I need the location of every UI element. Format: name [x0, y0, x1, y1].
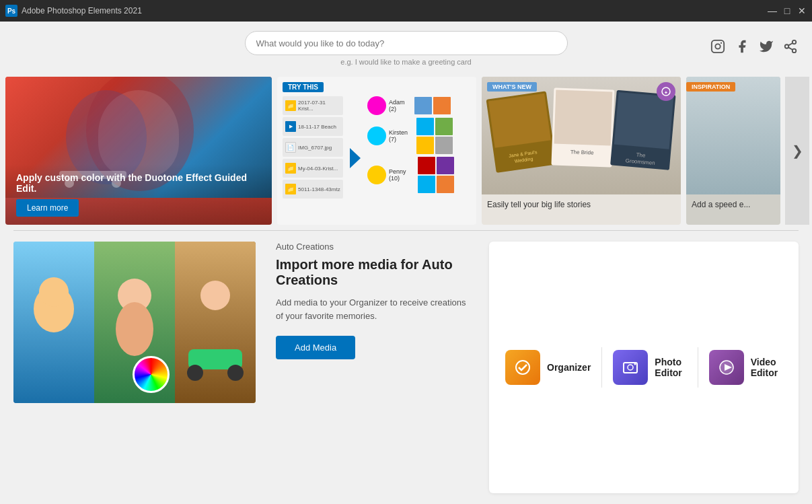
svg-point-40 [516, 361, 529, 374]
facebook-icon[interactable] [734, 38, 750, 55]
folder-icon: 📁 [285, 163, 296, 174]
social-icons [710, 38, 799, 55]
person-row: Adam (2) [367, 96, 471, 115]
main-content: e.g. I would like to make a greeting car… [0, 22, 812, 504]
svg-point-5 [792, 49, 797, 53]
folder-icon: 📁 [285, 184, 296, 194]
file-item: 📁 2017-07-31 Krist... [283, 96, 343, 115]
svg-text:✦: ✦ [664, 90, 668, 95]
svg-text:The Bride: The Bride [570, 149, 595, 155]
stories-caption: Easily tell your big life stories [482, 194, 681, 215]
avatar [367, 127, 386, 145]
carousel-card-duotone[interactable]: Apply custom color with the Duotone Effe… [5, 77, 272, 225]
speed-image [686, 77, 780, 194]
app-launchers: Organizer Photo Editor [489, 242, 799, 493]
photo-thumb [418, 157, 435, 174]
search-hint: e.g. I would like to make a greeting car… [340, 58, 471, 66]
video-editor-icon [709, 350, 744, 385]
share-icon[interactable] [782, 38, 799, 55]
photo-thumbs [418, 157, 471, 193]
auto-creations-image [13, 242, 256, 403]
carousel-card-organizer[interactable]: TRY THIS 📁 2017-07-31 Krist... ▶ 18-11-1… [277, 77, 476, 225]
svg-point-1 [715, 44, 720, 48]
file-icon: 📄 [285, 142, 296, 153]
organizer-name: Organizer [547, 362, 591, 373]
maximize-button[interactable]: □ [782, 6, 792, 15]
whats-new-badge: WHAT'S NEW [487, 82, 537, 92]
ac-description: Add media to your Organizer to receive c… [276, 296, 469, 322]
photo-thumb [435, 118, 453, 135]
svg-point-42 [628, 365, 633, 370]
file-item: 📁 5011-1348-43mtz [283, 180, 343, 199]
avatar [367, 96, 386, 115]
ac-panel-swim [13, 242, 94, 403]
carousel-track: Apply custom color with the Duotone Effe… [5, 77, 785, 225]
carousel-card-speed[interactable]: INSPIRATION Add a speed e... [686, 77, 780, 225]
photo-thumb [435, 137, 453, 154]
carousel-card-stories[interactable]: WHAT'S NEW ✦ [482, 77, 681, 225]
svg-marker-14 [350, 148, 361, 168]
svg-point-3 [792, 40, 797, 44]
story-books: Jane & Paul's Wedding The Bride [482, 77, 681, 194]
stories-image: WHAT'S NEW ✦ [482, 77, 681, 194]
instagram-icon[interactable] [710, 38, 726, 55]
video-editor-launcher[interactable]: Video Editor [704, 345, 788, 390]
svg-point-31 [39, 277, 69, 307]
file-item: ▶ 18-11-17 Beach [283, 117, 343, 136]
inspiration-badge: INSPIRATION [686, 82, 735, 92]
photo-editor-icon [613, 350, 648, 385]
search-container: e.g. I would like to make a greeting car… [13, 31, 799, 66]
photo-thumb [414, 97, 432, 114]
folder-icon: ▶ [285, 121, 296, 132]
search-input[interactable] [245, 31, 568, 55]
svg-point-2 [721, 42, 722, 44]
video-editor-name: Video Editor [751, 357, 782, 378]
svg-rect-35 [175, 242, 256, 403]
photo-thumb [416, 137, 434, 154]
twitter-icon[interactable] [758, 38, 774, 55]
minimize-button[interactable]: — [768, 6, 777, 15]
photo-editor-name: Photo Editor [655, 357, 686, 378]
organizer-content: 📁 2017-07-31 Krist... ▶ 18-11-17 Beach 📄… [283, 96, 471, 219]
ac-label: Auto Creations [276, 242, 469, 252]
person-name: Kirsten (7) [389, 129, 414, 143]
svg-point-4 [785, 44, 789, 48]
duotone-heading: Apply custom color with the Duotone Effe… [16, 172, 261, 194]
svg-rect-19 [488, 94, 551, 148]
add-media-button[interactable]: Add Media [276, 336, 355, 359]
file-list: 📁 2017-07-31 Krist... ▶ 18-11-17 Beach 📄… [283, 96, 343, 219]
svg-point-36 [200, 281, 230, 310]
photo-editor-launcher[interactable]: Photo Editor [607, 345, 692, 390]
close-button[interactable]: ✕ [797, 6, 807, 15]
auto-creations-text: Auto Creations Import more media for Aut… [269, 242, 476, 493]
svg-line-6 [788, 47, 792, 50]
photo-thumbs [414, 97, 471, 114]
file-item: 📁 My-04-03-Krist... [283, 159, 343, 178]
app-divider [601, 347, 602, 388]
app-divider-2 [698, 347, 698, 388]
bottom-section: Auto Creations Import more media for Aut… [0, 231, 812, 504]
person-name: Adam (2) [389, 99, 412, 112]
people-list: Adam (2) Kirsten (7) [367, 96, 471, 219]
ai-icon: ✦ [657, 82, 675, 101]
svg-point-43 [634, 363, 636, 365]
file-item: 📄 IMG_6707.jpg [283, 138, 343, 157]
learn-more-button[interactable]: Learn more [16, 199, 79, 217]
organizer-launcher[interactable]: Organizer [500, 345, 596, 390]
photo-thumb [437, 176, 454, 193]
header: e.g. I would like to make a greeting car… [0, 22, 812, 71]
photo-thumb [437, 157, 454, 174]
app-title: Adobe Photoshop Elements 2021 [22, 6, 768, 15]
person-row: Kirsten (7) [367, 118, 471, 154]
organizer-card-inner: TRY THIS 📁 2017-07-31 Krist... ▶ 18-11-1… [277, 77, 476, 225]
svg-point-34 [116, 302, 153, 356]
person-row: Penny (10) [367, 157, 471, 193]
svg-text:The: The [636, 152, 646, 159]
avatar [367, 166, 386, 184]
ac-panel-toy [175, 242, 256, 403]
photo-thumbs [416, 118, 471, 154]
photo-thumb [416, 118, 434, 135]
carousel-next-button[interactable]: ❯ [785, 77, 809, 225]
arrow-icon [347, 96, 363, 219]
svg-point-38 [187, 365, 203, 381]
